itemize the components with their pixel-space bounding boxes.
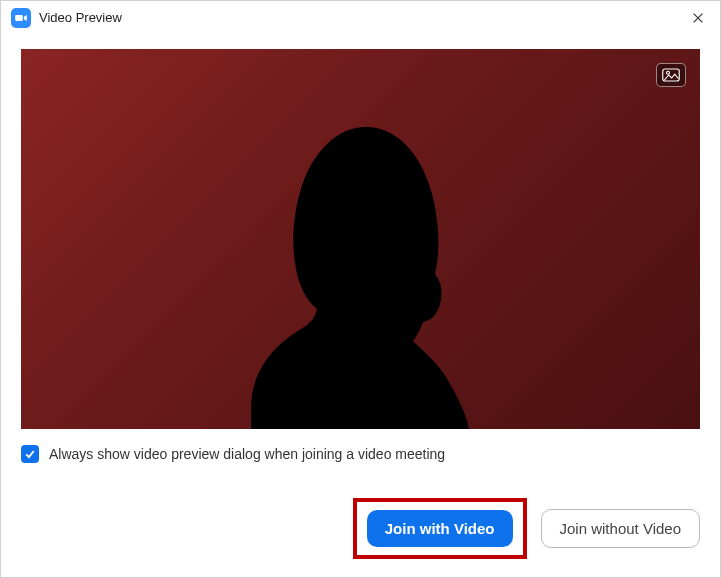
close-button[interactable] [686,6,710,30]
always-show-preview-checkbox[interactable] [21,445,39,463]
virtual-background-button[interactable] [656,63,686,87]
video-preview-dialog: Video Preview Always show video [0,0,721,578]
zoom-logo-icon [11,8,31,28]
instruction-highlight-box: Join with Video [353,498,527,559]
dialog-title: Video Preview [39,10,122,25]
titlebar: Video Preview [1,1,720,35]
video-preview-panel [21,49,700,429]
always-show-preview-row: Always show video preview dialog when jo… [21,445,700,463]
dialog-button-row: Join with Video Join without Video [353,498,700,559]
join-with-video-button[interactable]: Join with Video [367,510,513,547]
always-show-preview-label: Always show video preview dialog when jo… [49,446,445,462]
join-without-video-button[interactable]: Join without Video [541,509,700,548]
person-silhouette [191,109,531,429]
svg-rect-0 [15,15,23,21]
svg-point-2 [667,71,670,74]
